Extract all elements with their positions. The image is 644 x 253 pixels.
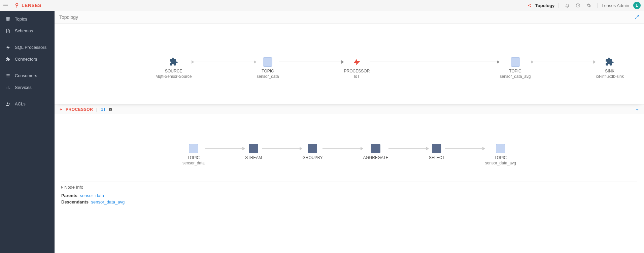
info-icon[interactable]: i xyxy=(108,107,112,112)
sidebar-item-connectors[interactable]: Connectors xyxy=(0,53,55,65)
operator-icon xyxy=(432,144,441,153)
node-topic[interactable]: TOPIC sensor_data xyxy=(182,144,205,166)
edge xyxy=(205,144,245,153)
svg-point-21 xyxy=(7,102,8,104)
svg-marker-27 xyxy=(60,108,62,111)
sidebar-item-label: Connectors xyxy=(15,57,37,62)
puzzle-icon xyxy=(605,57,614,67)
topic-icon xyxy=(263,57,272,67)
menu-toggle-icon[interactable] xyxy=(3,2,10,9)
node-info-toggle[interactable]: Node Info xyxy=(61,182,637,192)
sidebar-item-consumers[interactable]: Consumers xyxy=(0,70,55,82)
divider xyxy=(597,3,598,8)
sidebar-item-label: SQL Processors xyxy=(15,45,46,50)
svg-line-24 xyxy=(637,15,639,17)
gear-icon[interactable] xyxy=(584,1,593,10)
avatar[interactable]: L xyxy=(633,2,641,9)
sidebar-item-label: Consumers xyxy=(15,73,37,78)
svg-line-6 xyxy=(529,6,530,6)
edge xyxy=(370,57,500,67)
bolt-icon xyxy=(5,45,11,50)
node-type: SELECT xyxy=(429,155,445,161)
node-name: iot-influxdb-sink xyxy=(596,74,624,80)
node-sink[interactable]: SINK iot-influxdb-sink xyxy=(596,57,624,79)
node-info-parents: Parents sensor_data xyxy=(61,192,637,199)
node-name: sensor_data_avg xyxy=(485,161,516,166)
sidebar-item-services[interactable]: Services xyxy=(0,82,55,93)
edge xyxy=(531,57,596,67)
node-type: SOURCE xyxy=(165,69,182,74)
bell-icon[interactable] xyxy=(563,1,572,10)
app-header: LENSES Topology Lenses Admin L xyxy=(0,0,644,11)
topic-icon xyxy=(189,144,198,153)
brand-text: LENSES xyxy=(22,3,41,8)
node-type: GROUPBY xyxy=(302,155,323,161)
node-source[interactable]: SOURCE Mqtt-Sensor-Source xyxy=(156,57,192,79)
panel-name-link[interactable]: IoT xyxy=(100,107,106,112)
descendants-label: Descendants xyxy=(61,199,89,204)
node-stream[interactable]: STREAM xyxy=(245,144,262,161)
chevron-down-icon[interactable] xyxy=(635,107,639,112)
descendants-link[interactable]: sensor_data_avg xyxy=(91,199,125,204)
svg-marker-14 xyxy=(6,45,10,50)
topology-canvas[interactable]: SOURCE Mqtt-Sensor-Source TOPIC sensor_d… xyxy=(55,24,644,104)
sidebar: Topics Schemas SQL Processors Connectors xyxy=(0,11,55,253)
node-groupby[interactable]: GROUPBY xyxy=(302,144,323,161)
node-type: TOPIC xyxy=(188,155,200,161)
sidebar-item-label: Topics xyxy=(15,17,27,22)
node-name: IoT xyxy=(354,74,360,80)
node-aggregate[interactable]: AGGREGATE xyxy=(363,144,388,161)
processor-panel: PROCESSOR | IoT i TOPIC sensor_data xyxy=(55,104,644,212)
user-plus-icon xyxy=(5,102,11,106)
node-name: sensor_data_avg xyxy=(500,74,531,80)
svg-text:i: i xyxy=(110,108,111,110)
svg-point-0 xyxy=(16,3,18,6)
node-type: AGGREGATE xyxy=(363,155,388,161)
page-header: Topology xyxy=(55,11,644,24)
puzzle-icon xyxy=(169,57,178,67)
parents-link[interactable]: sensor_data xyxy=(80,193,104,198)
node-topic[interactable]: TOPIC sensor_data_avg xyxy=(500,57,531,79)
edge xyxy=(445,144,485,153)
sidebar-item-topics[interactable]: Topics xyxy=(0,13,55,25)
parents-label: Parents xyxy=(61,193,77,198)
sidebar-item-sql-processors[interactable]: SQL Processors xyxy=(0,41,55,53)
sidebar-item-acls[interactable]: ACLs xyxy=(0,98,55,110)
node-topic[interactable]: TOPIC sensor_data xyxy=(257,57,279,79)
node-type: STREAM xyxy=(245,155,262,161)
svg-rect-7 xyxy=(6,17,10,21)
lenses-logo-icon xyxy=(14,3,20,8)
node-info-title: Node Info xyxy=(64,185,83,190)
node-type: TOPIC xyxy=(495,155,507,161)
node-select[interactable]: SELECT xyxy=(429,144,445,161)
sidebar-item-schemas[interactable]: Schemas xyxy=(0,25,55,37)
node-topic[interactable]: TOPIC sensor_data_avg xyxy=(485,144,516,166)
share-icon xyxy=(527,3,532,8)
operator-icon xyxy=(249,144,258,153)
svg-marker-26 xyxy=(354,59,360,65)
divider: | xyxy=(96,107,97,112)
edge xyxy=(388,144,429,153)
node-type: TOPIC xyxy=(262,69,274,74)
topology-nav-label[interactable]: Topology xyxy=(535,3,555,8)
page-title: Topology xyxy=(59,14,78,20)
chevron-right-icon xyxy=(61,186,63,189)
node-type: PROCESSOR xyxy=(344,69,370,74)
operator-icon xyxy=(371,144,380,153)
panel-header: PROCESSOR | IoT i xyxy=(55,104,644,114)
user-name[interactable]: Lenses Admin xyxy=(602,3,629,8)
history-icon[interactable] xyxy=(574,1,582,10)
sidebar-item-label: ACLs xyxy=(15,101,26,106)
operator-icon xyxy=(308,144,317,153)
bolt-icon xyxy=(352,57,362,67)
node-processor[interactable]: PROCESSOR IoT xyxy=(344,57,370,79)
node-info-descendants: Descendants sensor_data_avg xyxy=(61,199,637,205)
edge xyxy=(192,57,257,67)
sidebar-item-label: Services xyxy=(15,85,32,90)
edge xyxy=(323,144,363,153)
processor-flow-canvas[interactable]: TOPIC sensor_data STREAM GROUPBY xyxy=(55,114,644,182)
panel-kind: PROCESSOR xyxy=(66,107,93,112)
document-icon xyxy=(5,29,11,33)
expand-icon[interactable] xyxy=(635,15,639,20)
brand-logo[interactable]: LENSES xyxy=(14,3,41,8)
